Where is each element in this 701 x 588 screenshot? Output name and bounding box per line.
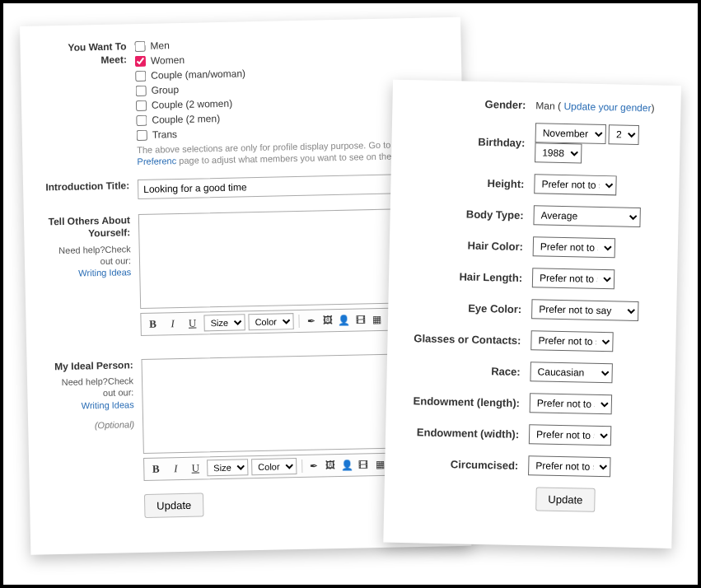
hair-length-label: Hair Length: [409, 269, 532, 284]
meet-option-label: Women [151, 54, 185, 67]
meet-option-checkbox[interactable] [135, 55, 146, 66]
feather-icon[interactable]: ✒ [304, 314, 317, 327]
intro-row: Introduction Title: [43, 173, 444, 201]
endowment-length-label: Endowment (length): [406, 394, 530, 409]
intro-label: Introduction Title: [43, 180, 138, 194]
color-select[interactable]: Color [251, 458, 297, 475]
about-writing-ideas-link[interactable]: Writing Ideas [78, 268, 131, 278]
glasses-label: Glasses or Contacts: [407, 332, 530, 347]
meet-option-checkbox[interactable] [137, 129, 147, 140]
underline-button[interactable]: U [184, 315, 200, 331]
feather-icon[interactable]: ✒ [307, 459, 320, 472]
ideal-writing-ideas-link[interactable]: Writing Ideas [82, 399, 134, 410]
endowment-length-select[interactable]: Prefer not to say [530, 393, 612, 414]
user-icon[interactable]: 👤 [337, 313, 350, 326]
circumcised-label: Circumcised: [404, 457, 528, 472]
gender-prefix: Man ( [535, 100, 563, 112]
meet-option-checkbox[interactable] [136, 100, 147, 110]
circumcised-select[interactable]: Prefer not to say [528, 455, 610, 477]
optional-label: (Optional) [48, 418, 134, 432]
hair-color-select[interactable]: Prefer not to say [533, 236, 615, 258]
eye-color-select[interactable]: Prefer not to say [531, 299, 638, 321]
underline-button[interactable]: U [187, 460, 203, 476]
update-button-right[interactable]: Update [535, 487, 596, 511]
italic-button[interactable]: I [167, 460, 184, 477]
film-icon[interactable]: 🎞 [353, 313, 367, 326]
grid-icon[interactable]: ▦ [370, 312, 383, 325]
meet-option-label: Group [152, 84, 180, 96]
color-select[interactable]: Color [248, 313, 293, 330]
endowment-width-select[interactable]: Prefer not to say [529, 424, 611, 446]
meet-option-label: Couple (2 women) [152, 98, 232, 111]
race-select[interactable]: Caucasian [530, 362, 612, 383]
toolbar-separator [298, 315, 299, 328]
image-icon[interactable]: 🖼 [324, 459, 337, 472]
meet-option-checkbox[interactable] [136, 85, 147, 96]
body-type-select[interactable]: Average [533, 205, 640, 227]
update-button-left[interactable]: Update [144, 492, 204, 517]
height-select[interactable]: Prefer not to say [534, 174, 616, 195]
meet-label: You Want To Meet: [40, 40, 135, 68]
about-label: Tell Others About Yourself: [48, 214, 130, 240]
meet-option-checkbox[interactable] [136, 114, 147, 125]
bold-button[interactable]: B [144, 315, 161, 332]
gender-row: Gender: Man ( Update your gender) [412, 96, 661, 114]
toolbar-separator [301, 460, 302, 473]
about-help-prefix: Need help?Check out our: [58, 244, 131, 266]
meet-option-label: Men [150, 40, 170, 51]
glasses-select[interactable]: Prefer not to say [530, 330, 613, 352]
race-label: Race: [407, 363, 530, 378]
body-type-label: Body Type: [410, 207, 534, 222]
user-icon[interactable]: 👤 [340, 458, 353, 471]
gender-value: Man ( Update your gender) [535, 100, 661, 114]
about-row: Tell Others About Yourself: Need help?Ch… [44, 208, 447, 338]
gender-label: Gender: [412, 96, 535, 111]
size-select[interactable]: Size [207, 459, 248, 476]
birthday-day-select[interactable]: 2 [609, 124, 639, 145]
hair-length-select[interactable]: Prefer not to say [532, 268, 615, 289]
birthday-row: Birthday: November 2 1988 [411, 120, 661, 165]
bold-button[interactable]: B [147, 460, 164, 477]
meet-option-label: Couple (2 men) [152, 113, 220, 126]
birthday-month-select[interactable]: November [535, 123, 606, 144]
meet-option-checkbox[interactable] [134, 40, 145, 51]
meet-option-label: Trans [152, 128, 178, 141]
birthday-year-select[interactable]: 1988 [535, 142, 582, 163]
gender-suffix: ) [651, 102, 654, 114]
image-icon[interactable]: 🖼 [320, 314, 334, 327]
update-gender-link[interactable]: Update your gender [563, 100, 651, 114]
height-label: Height: [410, 175, 534, 190]
birthday-label: Birthday: [411, 134, 535, 149]
meet-option-checkbox[interactable] [135, 70, 146, 81]
hair-color-label: Hair Color: [409, 238, 533, 253]
film-icon[interactable]: 🎞 [357, 458, 370, 471]
ideal-label: My Ideal Person: [54, 359, 133, 372]
endowment-width-label: Endowment (width): [405, 426, 529, 441]
eye-color-label: Eye Color: [408, 301, 531, 315]
meet-row: You Want To Meet: MenWomenCouple (man/wo… [40, 34, 443, 170]
meet-option-label: Couple (man/woman) [151, 68, 245, 81]
size-select[interactable]: Size [203, 314, 245, 331]
ideal-help-prefix: Need help?Check out our: [61, 376, 133, 398]
profile-details-panel: Gender: Man ( Update your gender) Birthd… [383, 80, 681, 548]
italic-button[interactable]: I [164, 315, 180, 332]
